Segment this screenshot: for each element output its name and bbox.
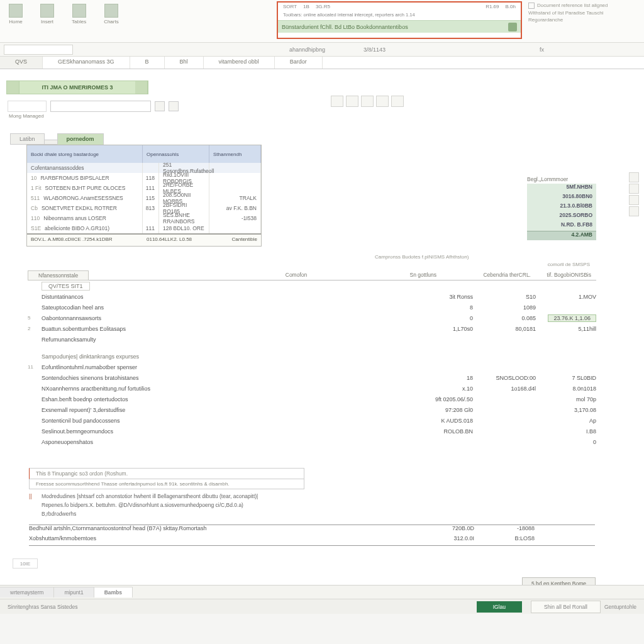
filter-input[interactable] bbox=[50, 101, 151, 112]
ribbon-tables-button[interactable]: Tables bbox=[68, 3, 90, 26]
grid-cell[interactable]: SES.BNHE RRAINBORS bbox=[159, 213, 209, 223]
mid-btn-1[interactable] bbox=[331, 96, 343, 107]
grid-cell[interactable]: 118 bbox=[143, 173, 159, 183]
grid-row[interactable]: 511WLABORONG.AnamESESSNES115208.SO0NII M… bbox=[27, 193, 261, 203]
ws-col-3[interactable]: Cebendria therCRL. bbox=[441, 270, 536, 280]
ws-cell[interactable]: 0.085 bbox=[473, 315, 536, 321]
ws-cell[interactable]: 0 bbox=[413, 315, 473, 321]
grid-col-3[interactable]: Sthanmendh bbox=[209, 145, 261, 163]
ribbon-insert-button[interactable]: Insert bbox=[36, 3, 58, 26]
rail-btn-1[interactable] bbox=[629, 172, 639, 182]
ws-cell[interactable]: ROLOB.BN bbox=[413, 428, 473, 435]
ws-cell[interactable]: I.B8 bbox=[536, 428, 596, 435]
grid-cell[interactable] bbox=[143, 213, 159, 223]
grid-cell[interactable]: 511WLABORONG.AnamESESSNES bbox=[27, 193, 143, 203]
ws-cell[interactable]: 97:208 Gl0 bbox=[413, 407, 473, 413]
filter-dropdown-button[interactable] bbox=[155, 101, 165, 111]
notes-line-1[interactable]: This 8 Tinupangic so3 ordon (Roshum. bbox=[29, 468, 304, 479]
rail-btn-4[interactable] bbox=[629, 206, 639, 216]
ws-cell[interactable]: 1o168.d4l bbox=[473, 386, 536, 392]
ws-cell[interactable]: 7 SL0BID bbox=[536, 375, 596, 381]
grid-cell[interactable]: -1I538 bbox=[209, 213, 261, 223]
grid-col-2[interactable]: Opennassohls bbox=[143, 145, 209, 163]
ws-cell[interactable]: 80,0181 bbox=[473, 326, 536, 332]
side-row-4[interactable]: N.RD. B.FB8 bbox=[527, 221, 596, 231]
grid-cell[interactable]: 111 bbox=[143, 183, 159, 193]
grid-row[interactable]: CbSONETVRET EKDKL ROTRER8132BFSIDRI RO18… bbox=[27, 203, 261, 213]
grid-row[interactable]: S1Eabelicionte BIBO A.GR101)111128 BDL10… bbox=[27, 223, 261, 233]
tab-2[interactable]: B bbox=[130, 57, 165, 69]
grid-cell[interactable]: CbSONETVRET EKDKL ROTRER bbox=[27, 203, 143, 213]
ribbon-home-button[interactable]: Home bbox=[5, 3, 26, 26]
mid-btn-3[interactable] bbox=[361, 96, 374, 107]
title-close-icon[interactable] bbox=[135, 81, 148, 94]
grid-cell[interactable]: av F.K. B.BN bbox=[209, 203, 261, 213]
title-seg-icon[interactable] bbox=[7, 81, 19, 94]
grid-cell[interactable]: 10RARBFROMUS BIPSLALER bbox=[27, 173, 143, 183]
rail-btn-3[interactable] bbox=[629, 195, 639, 205]
ws-cell[interactable]: Ap bbox=[536, 418, 596, 424]
ws-col-1[interactable]: Comofon bbox=[211, 270, 381, 280]
mid-btn-2[interactable] bbox=[346, 96, 358, 107]
ws-cell[interactable]: 5,11hill bbox=[536, 326, 596, 332]
mid-btn-5[interactable] bbox=[391, 96, 404, 107]
grid-cell[interactable]: 128 BDL10. ORE bbox=[159, 223, 209, 233]
status-right[interactable]: Gentupntohle bbox=[604, 604, 636, 610]
tab-3[interactable]: Bhl bbox=[165, 57, 204, 69]
filter-search-button[interactable] bbox=[169, 101, 179, 111]
ws-cell[interactable]: K AUDS.018 bbox=[413, 418, 473, 424]
status-mid-button[interactable]: Shin all Bel Ronall bbox=[531, 601, 601, 613]
side-row-1[interactable]: 3016.80BN0 bbox=[527, 193, 596, 203]
ws-cell[interactable]: 8.0n1018 bbox=[536, 386, 596, 392]
grid-cell[interactable] bbox=[209, 183, 261, 193]
page-indicator[interactable]: 10IE bbox=[13, 558, 38, 569]
mid-btn-4[interactable] bbox=[376, 96, 389, 107]
grid-cell[interactable]: 110Nibeonnams anus LOSER bbox=[27, 213, 143, 223]
grid-cell[interactable]: 111 bbox=[143, 223, 159, 233]
tree-tab-active[interactable]: pornedom bbox=[57, 133, 104, 145]
ws-cell[interactable]: 3it Ronss bbox=[413, 294, 473, 300]
side-row-2[interactable]: 21.3.0.Bl0BB bbox=[527, 203, 596, 212]
grid-cell[interactable]: 813 bbox=[143, 203, 159, 213]
grid-cell[interactable]: 115 bbox=[143, 193, 159, 203]
ws-cell[interactable]: 3,170.08 bbox=[536, 407, 596, 413]
grid-cell[interactable] bbox=[209, 173, 261, 183]
ws-cell[interactable]: 1,L70s0 bbox=[413, 326, 473, 332]
name-box[interactable] bbox=[4, 45, 73, 55]
grid-col-1[interactable]: Bocki dhale storeg bastardoge bbox=[27, 145, 143, 163]
grid-cell[interactable] bbox=[209, 223, 261, 233]
grid-row[interactable]: 1 FitSOTEBEN BJHT PURE OLOCES1112RE/FORB… bbox=[27, 183, 261, 193]
ws-tab-pill[interactable]: Nfanessonnstale bbox=[28, 270, 89, 280]
ws-cell[interactable]: 18 bbox=[413, 375, 473, 381]
side-row-0[interactable]: 5Mf.NHBN bbox=[527, 184, 596, 193]
ws-cell[interactable]: mol 70p bbox=[536, 396, 596, 402]
grid-cell[interactable]: 1 FitSOTEBEN BJHT PURE OLOCES bbox=[27, 183, 143, 193]
ws-foot-v-1-1[interactable]: B:LOS8 bbox=[474, 535, 535, 545]
ribbon-document-bar[interactable]: Bünstardurient fChll. Bd LtBo Bookdonnan… bbox=[278, 20, 521, 33]
ws-cell[interactable]: S10 bbox=[473, 294, 536, 300]
tab-0[interactable]: QVS bbox=[0, 57, 43, 69]
checkbox-icon[interactable] bbox=[528, 3, 535, 9]
ws-cell[interactable]: x.10 bbox=[413, 386, 473, 392]
status-go-button[interactable]: IGlau bbox=[477, 601, 522, 613]
sheet-tab-0[interactable]: wrtemaysterm bbox=[0, 587, 54, 597]
fx-label[interactable]: fx bbox=[540, 47, 544, 53]
ribbon-charts-button[interactable]: Charts bbox=[100, 3, 123, 26]
tree-tab-list[interactable]: Latibn bbox=[10, 133, 45, 145]
ws-foot-v-0-1[interactable]: -18088 bbox=[474, 525, 535, 535]
ws-cell[interactable]: 9ft 0205.06/.50 bbox=[413, 396, 473, 402]
grid-cell[interactable]: TRALK bbox=[209, 193, 261, 203]
grid-row[interactable]: 110Nibeonnams anus LOSERSES.BNHE RRAINBO… bbox=[27, 213, 261, 223]
tab-1[interactable]: GESkhananomass 3G bbox=[43, 57, 130, 69]
ws-cell[interactable]: 1.MOV bbox=[536, 294, 596, 300]
ws-cell[interactable]: 8 bbox=[413, 304, 473, 311]
grid-row[interactable]: 10RARBFROMUS BIPSLALER118Rild.1OVIII ROB… bbox=[27, 173, 261, 183]
ws-cell[interactable]: 23.76.K 1,1.06 bbox=[536, 315, 596, 321]
tab-4[interactable]: vitambered obbl bbox=[204, 57, 275, 69]
grid-cell[interactable]: S1Eabelicionte BIBO A.GR101) bbox=[27, 223, 143, 233]
ws-cell[interactable]: SNOSLOOD:00 bbox=[473, 375, 536, 381]
ws-col-4[interactable]: tif. BogobiONISBis bbox=[536, 270, 596, 280]
ws-cell[interactable]: 0 bbox=[536, 439, 596, 445]
side-row-3[interactable]: 2025.SORBO bbox=[527, 212, 596, 221]
ws-col-2[interactable]: Sn gottluns bbox=[381, 270, 441, 280]
